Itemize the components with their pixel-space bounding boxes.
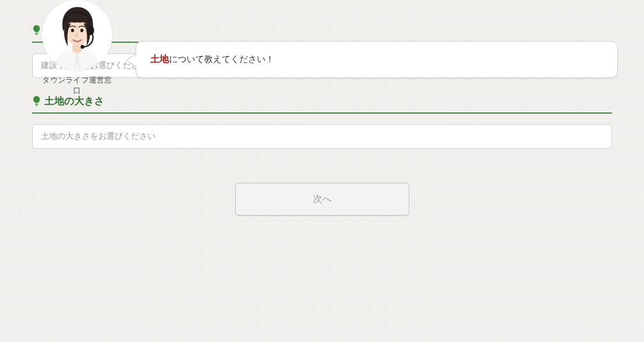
section-title: 土地の大きさ — [44, 94, 104, 108]
svg-point-4 — [71, 29, 74, 32]
section-land-size: 土地の大きさ 土地の大きさをお選びください — [32, 94, 612, 149]
speech-rest-text: について教えてください！ — [169, 54, 274, 64]
speech-bubble: 土地について教えてください！ — [136, 41, 618, 78]
svg-point-6 — [87, 26, 94, 35]
avatar-label: タウンライフ運営窓口 — [39, 75, 115, 96]
avatar-image — [42, 0, 112, 70]
svg-point-7 — [81, 45, 84, 49]
next-button[interactable]: 次へ — [235, 183, 409, 216]
svg-point-5 — [80, 29, 83, 32]
section-header: 建設予定地 — [32, 23, 612, 43]
lightbulb-icon — [32, 96, 41, 106]
select-placeholder: 土地の大きさをお選びください — [41, 131, 156, 142]
speech-highlight-text: 土地 — [150, 54, 169, 64]
land-size-select[interactable]: 土地の大きさをお選びください — [32, 124, 612, 149]
section-header: 土地の大きさ — [32, 94, 612, 114]
avatar-block: タウンライフ運営窓口 — [39, 0, 115, 96]
next-button-label: 次へ — [313, 193, 332, 206]
